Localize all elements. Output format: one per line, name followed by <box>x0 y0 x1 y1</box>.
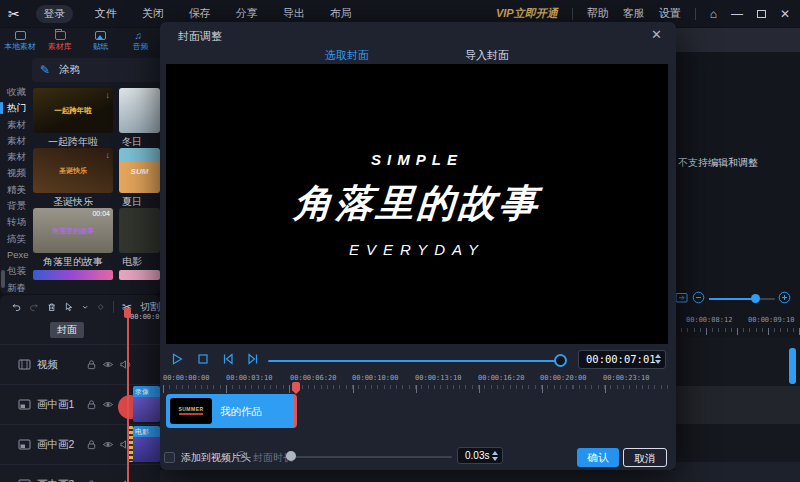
category-hot[interactable]: 热门 <box>0 100 30 116</box>
tab-material-library[interactable]: 素材库 <box>40 28 80 55</box>
category-scrollbar[interactable] <box>1 270 5 288</box>
menu-layout[interactable]: 布局 <box>330 6 352 21</box>
category-item[interactable]: 素材 <box>0 133 30 149</box>
play-icon[interactable] <box>170 352 184 366</box>
track-row-pip3[interactable]: 画中画3 <box>0 464 160 482</box>
modal-close-icon[interactable]: ✕ <box>651 27 662 42</box>
track-row-video[interactable]: 视频 <box>0 344 160 384</box>
prev-frame-icon[interactable] <box>221 352 235 366</box>
download-icon[interactable]: ↓ <box>106 90 111 100</box>
zoom-slider-handle[interactable] <box>751 294 760 303</box>
template-thumb-winter[interactable] <box>119 88 160 133</box>
menu-export[interactable]: 导出 <box>283 6 305 21</box>
category-favorites[interactable]: 收藏 <box>0 84 30 100</box>
trash-icon[interactable] <box>47 301 56 313</box>
eye-icon[interactable] <box>102 359 114 370</box>
chevron-down-icon[interactable] <box>82 303 88 311</box>
template-thumb-corner-story[interactable]: 角落里的故事 00:04 <box>33 208 113 253</box>
template-thumb-partial[interactable] <box>33 270 113 280</box>
fit-to-screen-icon[interactable] <box>675 291 688 304</box>
cover-clip[interactable]: SUMMER 我的作品 <box>166 394 297 428</box>
music-note-icon: ♫ <box>135 31 146 40</box>
speaker-icon[interactable] <box>119 359 131 370</box>
cursor-select-icon[interactable] <box>64 301 73 313</box>
category-item[interactable]: 素材 <box>0 149 30 165</box>
timeline-zoom-slider[interactable] <box>709 298 775 300</box>
add-to-intro-checkbox[interactable] <box>164 452 175 463</box>
caret-down-icon[interactable] <box>655 360 661 364</box>
template-thumb-christmas[interactable]: 圣诞快乐 ↓ <box>33 148 113 193</box>
timecode-input[interactable]: 00:00:07:01 <box>578 350 666 369</box>
category-background[interactable]: 背景 <box>0 198 30 214</box>
cut-label: 切割 <box>140 300 160 314</box>
minimize-icon[interactable]: — <box>731 8 743 20</box>
timeline-clip-movie[interactable]: 电影 <box>133 426 160 462</box>
template-thumb-partial[interactable] <box>119 270 160 280</box>
library-panel: 本地素材 素材库 贴纸 ♫ 音频 ✎ 涂鸦 收藏 热门 素材 素材 素材 <box>0 28 160 294</box>
settings-button[interactable]: 设置 <box>659 6 681 21</box>
menu-file[interactable]: 文件 <box>95 6 117 21</box>
menu-close[interactable]: 关闭 <box>142 6 164 21</box>
category-funny[interactable]: 搞笑 <box>0 231 30 247</box>
redo-icon[interactable] <box>29 301 38 313</box>
lock-icon[interactable] <box>86 359 97 370</box>
clip-thumbnail: SUMMER <box>170 398 212 424</box>
category-video[interactable]: 视频 <box>0 165 30 181</box>
vertical-scrollbar[interactable] <box>789 348 796 384</box>
eye-icon[interactable] <box>102 399 114 410</box>
timeline-clip-recording[interactable]: 录像 <box>133 386 160 422</box>
player-panel: 不支持编辑和调整 00:00:08:12 00:00:09:10 <box>675 28 800 482</box>
cancel-button[interactable]: 取消 <box>623 448 667 467</box>
seek-slider[interactable] <box>268 360 566 362</box>
maximize-icon[interactable] <box>757 10 766 18</box>
undo-icon[interactable] <box>12 301 21 313</box>
ruler-label: 00:00:13:10 <box>415 374 461 382</box>
home-icon[interactable]: ⌂ <box>710 8 717 20</box>
duration-stepper[interactable] <box>492 451 498 461</box>
tab-audio[interactable]: ♫ 音频 <box>120 28 160 55</box>
category-item[interactable]: 素材 <box>0 117 30 133</box>
template-thumb-newyear[interactable]: 一起跨年啦 ↓ <box>33 88 113 133</box>
tab-local-media[interactable]: 本地素材 <box>0 28 40 55</box>
caret-up-icon[interactable] <box>492 451 498 455</box>
confirm-button[interactable]: 确认 <box>577 448 619 467</box>
help-question-icon[interactable]: ? <box>236 451 247 462</box>
category-transition[interactable]: 转场 <box>0 214 30 230</box>
close-window-icon[interactable]: ✕ <box>780 8 790 20</box>
next-frame-icon[interactable] <box>246 352 260 366</box>
template-thumb-summer[interactable]: SUM <box>119 148 160 193</box>
seek-slider-handle[interactable] <box>554 354 567 367</box>
duration-slider-handle[interactable] <box>286 451 296 461</box>
timeline-ticks <box>675 328 800 335</box>
cover-timeline-ticks[interactable] <box>163 385 668 393</box>
timecode-stepper[interactable] <box>655 354 661 364</box>
menu-share[interactable]: 分享 <box>236 6 258 21</box>
vip-upgrade-button[interactable]: VIP立即开通 <box>496 6 558 21</box>
caret-up-icon[interactable] <box>655 354 661 358</box>
menu-save[interactable]: 保存 <box>189 6 211 21</box>
duration-slider[interactable] <box>292 456 452 458</box>
tab-stickers[interactable]: 贴纸 <box>80 28 120 55</box>
login-button[interactable]: 登录 <box>36 5 73 23</box>
tab-import-cover[interactable]: 导入封面 <box>460 46 514 66</box>
doodle-item[interactable]: ✎ 涂鸦 <box>32 58 160 82</box>
stop-icon[interactable] <box>196 352 210 366</box>
zoom-in-icon[interactable] <box>778 291 791 304</box>
zoom-out-icon[interactable] <box>692 291 705 304</box>
lock-icon[interactable] <box>86 399 97 410</box>
duration-value-input[interactable]: 0.03s <box>457 447 503 464</box>
caret-down-icon[interactable] <box>492 457 498 461</box>
keyframe-icon[interactable] <box>96 301 105 313</box>
download-icon[interactable]: ↓ <box>106 150 111 160</box>
category-pexels[interactable]: Pexe <box>0 247 30 263</box>
category-beautiful[interactable]: 精美 <box>0 182 30 198</box>
lock-icon[interactable] <box>86 439 97 450</box>
thumb-title: 冬日 <box>122 135 160 149</box>
eye-icon[interactable] <box>102 439 114 450</box>
help-button[interactable]: 帮助 <box>587 6 609 21</box>
cover-button[interactable]: 封面 <box>50 322 84 338</box>
tab-select-cover[interactable]: 选取封面 <box>320 46 374 66</box>
film-icon <box>18 359 31 370</box>
template-thumb-movie[interactable] <box>119 208 160 253</box>
customer-service-button[interactable]: 客服 <box>623 6 645 21</box>
